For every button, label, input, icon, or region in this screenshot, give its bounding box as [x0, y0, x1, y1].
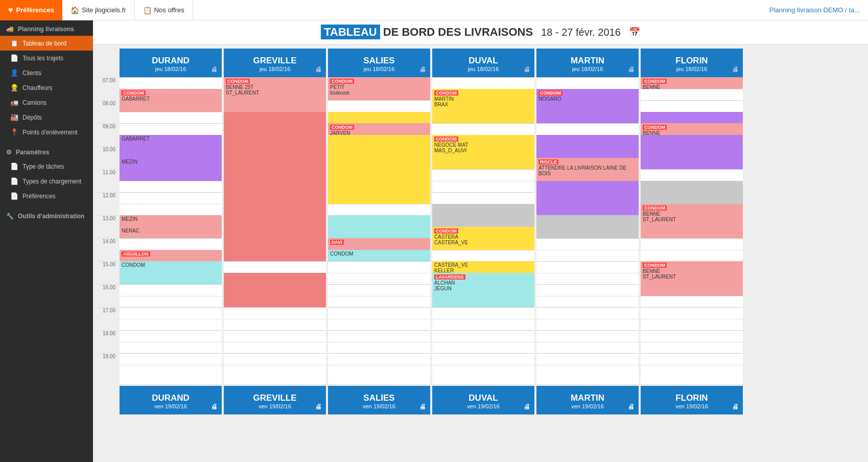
bottom-headers: DURAND ven 19/02/16 🖨 GREVILLE ven 19/02…: [120, 386, 864, 414]
sidebar-item-type-taches[interactable]: 📄 Type de tâches: [0, 159, 93, 174]
event-label: CONDOM: [330, 79, 354, 84]
event-text: GABARRET: [122, 96, 150, 102]
event-block[interactable]: [641, 146, 743, 169]
event-label: CONDOM: [122, 90, 146, 96]
print-icon[interactable]: 🖨: [524, 65, 530, 73]
bottom-print-icon[interactable]: 🖨: [732, 403, 739, 410]
sidebar-item-types-chargement[interactable]: 📄 Types de chargement: [0, 174, 93, 189]
points-label: Points d'enlèvement: [22, 129, 78, 136]
sidebar-item-chauffeurs[interactable]: 👷 Chauffeurs: [0, 80, 93, 95]
event-label: CONDOM: [226, 79, 250, 84]
print-icon[interactable]: 🖨: [315, 65, 322, 73]
driver-date-top: jeu 18/02/16: [260, 66, 291, 72]
event-block[interactable]: LAVARDENSALCHAN JEGUN: [432, 273, 534, 308]
event-block[interactable]: CONDOMNEGOCE MAT MAS_D_AUVI: [432, 135, 534, 170]
event-block[interactable]: [641, 181, 743, 204]
event-block[interactable]: [536, 215, 639, 238]
event-block[interactable]: CONDOMGABARRET: [120, 89, 222, 112]
preferences-button[interactable]: ♥ Préférences: [0, 0, 62, 20]
event-label: CONDOM: [643, 79, 667, 84]
event-block[interactable]: RISCLEATTENDRE LA LIVRAISON LAINE DE BOI…: [536, 158, 639, 181]
print-icon[interactable]: 🖨: [211, 65, 218, 73]
event-block[interactable]: CONDOM: [120, 261, 222, 284]
sidebar-section-params: ⚙ Paramètres: [0, 144, 93, 159]
sidebar-section-params-label: Paramètres: [16, 149, 49, 156]
event-text: NERAC: [122, 228, 139, 234]
event-label: CONDOM: [538, 90, 562, 96]
print-icon[interactable]: 🖨: [419, 65, 426, 73]
event-block[interactable]: [224, 273, 326, 308]
chauffeurs-label: Chauffeurs: [22, 84, 52, 91]
gear-icon: ⚙: [6, 149, 12, 156]
event-text: PETIT toulouse: [330, 84, 349, 96]
offres-link-label: Nos offres: [154, 6, 184, 14]
event-block[interactable]: MEZIN: [120, 215, 222, 227]
bottom-driver-header-durand: DURAND ven 19/02/16 🖨: [120, 386, 222, 414]
event-block[interactable]: MEZIN: [120, 158, 222, 181]
bottom-print-icon[interactable]: 🖨: [419, 403, 426, 410]
bottom-driver-header-duval: DUVAL ven 19/02/16 🖨: [432, 386, 534, 414]
bottom-driver-name: SALIES: [363, 393, 394, 403]
event-block[interactable]: CONDOMMARTIN BRAX: [432, 89, 534, 124]
event-block[interactable]: CONDOMBENNE ST_LAURENT: [641, 123, 743, 135]
time-slot: 16.00: [97, 284, 118, 307]
clients-label: Clients: [22, 70, 41, 77]
event-label: RISCLE: [538, 159, 558, 165]
event-block[interactable]: AIGUILLON: [120, 250, 222, 262]
event-text: JARVEN tournefeu: [330, 130, 351, 135]
site-link[interactable]: 🏠 Site jlogiciels.fr: [62, 0, 135, 20]
print-icon[interactable]: 🖨: [732, 65, 739, 73]
event-block[interactable]: NERAC: [120, 227, 222, 239]
sidebar-item-clients[interactable]: 👤 Clients: [0, 65, 93, 80]
bottom-driver-header-salies: SALIES ven 19/02/16 🖨: [328, 386, 430, 414]
driver-header-martin: MARTIN jeu 18/02/16 🖨: [536, 49, 639, 77]
sidebar-item-depots[interactable]: 🏭 Dépôts: [0, 110, 93, 125]
sidebar-item-tous-trajets[interactable]: 📄 Tous les trajets: [0, 51, 93, 65]
driver-name: FLORIN: [675, 56, 708, 66]
bottom-driver-header-greville: GREVILLE ven 19/02/16 🖨: [224, 386, 326, 414]
bottom-print-icon[interactable]: 🖨: [524, 403, 530, 410]
demo-link[interactable]: Planning livraison DEMO / ta...: [769, 6, 868, 14]
offres-link[interactable]: 📋 Nos offres: [135, 0, 193, 20]
topbar: ♥ Préférences 🏠 Site jlogiciels.fr 📋 Nos…: [0, 0, 868, 20]
print-icon[interactable]: 🖨: [628, 65, 635, 73]
site-link-label: Site jlogiciels.fr: [82, 6, 126, 14]
driver-header-greville: GREVILLE jeu 18/02/16 🖨: [224, 49, 326, 77]
bottom-print-icon[interactable]: 🖨: [211, 403, 218, 410]
event-block[interactable]: CONDOMPETIT toulouse: [328, 77, 430, 100]
event-block[interactable]: CONDOMBENNE ST_LAURENT: [641, 261, 743, 296]
event-block[interactable]: CONDOMJARVEN tournefeu: [328, 123, 430, 135]
event-block[interactable]: CONDOM: [328, 250, 430, 262]
type-taches-icon: 📄: [10, 163, 18, 170]
event-label: CONDOM: [643, 205, 667, 211]
event-block[interactable]: CONDOMCASTERA CASTERA_VE: [432, 227, 534, 250]
calendar-icon[interactable]: 📅: [629, 27, 640, 38]
event-label: CONDOM: [643, 125, 667, 130]
event-text: MEZIN: [122, 159, 137, 165]
preferences-label: Préférences: [16, 6, 54, 14]
event-label: CONDOM: [434, 136, 458, 142]
bottom-print-icon[interactable]: 🖨: [315, 403, 322, 410]
driver-date-top: jeu 18/02/16: [572, 66, 603, 72]
driver-body-salies: CONDOMPETIT toulouseCONDOMJARVEN tournef…: [328, 77, 430, 384]
bottom-driver-date: ven 19/02/16: [571, 403, 604, 409]
sidebar-item-tableau-bord[interactable]: 📋 Tableau de bord: [0, 36, 93, 51]
event-block[interactable]: CONDOMBENNE ST_LAURENT: [641, 77, 743, 89]
content-area: TABLEAU DE BORD DES LIVRAISONS 18 - 27 f…: [93, 20, 868, 462]
event-block[interactable]: GABARRET: [120, 135, 222, 158]
sidebar-item-camions[interactable]: 🚛 Camions: [0, 95, 93, 110]
event-block[interactable]: CONDOMNOGARO: [536, 89, 639, 124]
driver-body-martin: CONDOMNOGARORISCLEATTENDRE LA LIVRAISON …: [536, 77, 639, 384]
event-block[interactable]: DAVI: [328, 238, 430, 250]
event-text: ALCHAN JEGUN: [434, 280, 455, 291]
event-label: DAVI: [330, 240, 344, 245]
event-text: CONDOM: [122, 262, 145, 268]
bottom-print-icon[interactable]: 🖨: [628, 403, 635, 410]
event-block[interactable]: [224, 112, 326, 262]
sidebar-item-preferences[interactable]: 📄 Préférences: [0, 189, 93, 203]
event-block[interactable]: CONDOMBENNE ST_LAURENT: [641, 204, 743, 239]
depots-icon: 🏭: [10, 113, 18, 121]
event-block[interactable]: CONDOMBENNE 25T ST_LAURENT: [224, 77, 326, 112]
sidebar-item-points-enlevement[interactable]: 📍 Points d'enlèvement: [0, 125, 93, 140]
event-text: BENNE ST_LAURENT: [643, 84, 676, 89]
